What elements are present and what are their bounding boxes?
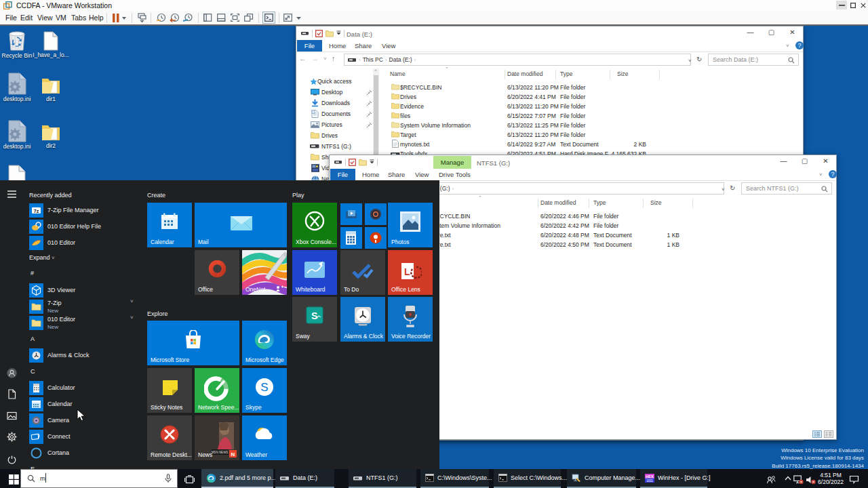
svg-text:HEX: HEX — [646, 474, 654, 479]
svg-text:S: S — [311, 310, 317, 321]
svg-text:S: S — [260, 381, 268, 394]
svg-text:7z: 7z — [34, 209, 39, 214]
svg-text:L: L — [404, 266, 410, 277]
svg-text:1011: 1011 — [646, 479, 653, 483]
svg-text:N: N — [231, 451, 235, 458]
svg-text:MSN NEWS: MSN NEWS — [212, 451, 229, 454]
